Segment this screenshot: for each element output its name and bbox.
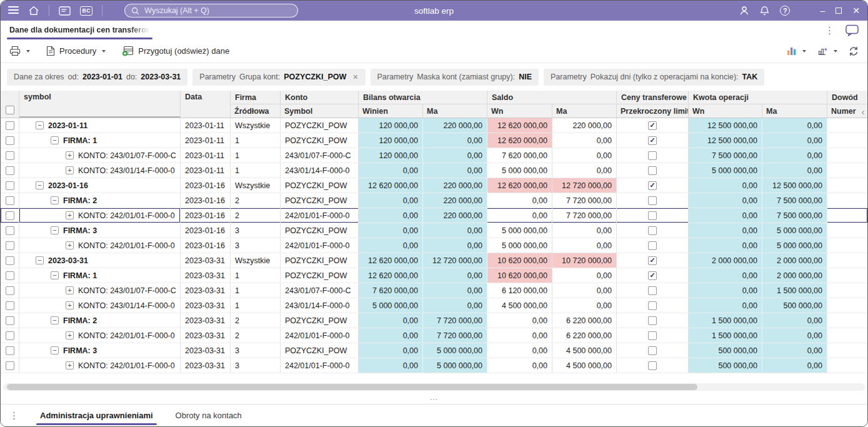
expander-icon[interactable]: + bbox=[66, 301, 74, 309]
table-row[interactable]: − FIRMA: 1 2023-01-11 1 POZYCZKI_POW 120… bbox=[1, 133, 867, 148]
expander-icon[interactable]: + bbox=[66, 331, 74, 339]
row-checkbox[interactable] bbox=[6, 196, 14, 205]
table-row[interactable]: − 2023-01-16 2023-01-16 Wszystkie POZYCZ… bbox=[1, 178, 867, 193]
filter-chip-maska-kont[interactable]: Parametry Maska kont (zamiast grupy): NI… bbox=[371, 69, 539, 86]
limit-checkbox[interactable]: ✓ bbox=[648, 121, 657, 130]
expander-icon[interactable]: − bbox=[51, 136, 59, 144]
row-checkbox[interactable] bbox=[6, 121, 14, 130]
tab-obroty-na-kontach[interactable]: Obroty na kontach bbox=[172, 404, 246, 426]
table-row[interactable]: − FIRMA: 2 2023-01-16 2 POZYCZKI_POW 0,0… bbox=[1, 193, 867, 208]
close-button[interactable]: ✕ bbox=[852, 6, 860, 15]
table-row[interactable]: + KONTO: 242/01/01-F-000-0 2023-03-31 3 … bbox=[1, 358, 867, 373]
table-row[interactable]: + KONTO: 242/01/01-F-000-0 2023-01-16 2 … bbox=[1, 208, 867, 223]
row-checkbox[interactable] bbox=[6, 181, 14, 190]
column-header-symbol[interactable]: symbol bbox=[19, 91, 181, 118]
row-checkbox[interactable] bbox=[6, 271, 14, 280]
row-checkbox[interactable] bbox=[6, 241, 14, 250]
column-header-ceny-transferowe[interactable]: Ceny transferowe Przekroczony limit bbox=[617, 91, 689, 118]
limit-checkbox[interactable] bbox=[648, 241, 657, 250]
limit-checkbox[interactable] bbox=[648, 316, 657, 325]
limit-checkbox[interactable] bbox=[648, 196, 657, 205]
row-checkbox[interactable] bbox=[6, 151, 14, 160]
expander-icon[interactable]: + bbox=[66, 361, 74, 369]
table-row[interactable]: + KONTO: 242/01/01-F-000-0 2023-01-16 3 … bbox=[1, 238, 867, 253]
filter-chip-grupa-kont[interactable]: Parametry Grupa kont: POZYCZKI_POW ✕ bbox=[192, 69, 365, 86]
row-checkbox[interactable] bbox=[6, 331, 14, 340]
limit-checkbox[interactable] bbox=[648, 211, 657, 220]
panel-collapse-icon[interactable]: ‹ bbox=[859, 105, 867, 118]
limit-checkbox[interactable] bbox=[648, 226, 657, 235]
select-all-checkbox[interactable] bbox=[6, 106, 14, 114]
column-header-firma[interactable]: Firma Źródłowa bbox=[231, 91, 281, 118]
row-checkbox[interactable] bbox=[6, 136, 14, 145]
limit-checkbox[interactable]: ✓ bbox=[648, 181, 657, 190]
column-header-kwota-operacji[interactable]: Kwota operacji Wn Ma bbox=[689, 91, 827, 118]
expander-icon[interactable]: − bbox=[51, 316, 59, 324]
menu-icon[interactable] bbox=[8, 8, 19, 14]
expander-icon[interactable]: + bbox=[66, 286, 74, 294]
expander-icon[interactable]: + bbox=[66, 241, 74, 249]
limit-checkbox[interactable]: ✓ bbox=[648, 271, 657, 280]
user-icon[interactable] bbox=[739, 6, 749, 16]
expander-icon[interactable]: − bbox=[51, 226, 59, 234]
limit-checkbox[interactable] bbox=[648, 331, 657, 340]
limit-checkbox[interactable] bbox=[648, 151, 657, 160]
expander-icon[interactable]: + bbox=[66, 151, 74, 159]
row-checkbox[interactable] bbox=[6, 361, 14, 370]
limit-checkbox[interactable] bbox=[648, 301, 657, 310]
expander-icon[interactable]: − bbox=[36, 181, 44, 189]
window-card-icon[interactable] bbox=[59, 6, 71, 16]
home-icon[interactable] bbox=[28, 6, 39, 16]
column-header-kwota-wn[interactable]: Wn bbox=[689, 104, 762, 118]
view-settings-button[interactable] bbox=[817, 46, 837, 56]
maximize-button[interactable] bbox=[836, 8, 842, 14]
table-row[interactable]: + KONTO: 242/01/01-F-000-0 2023-03-31 2 … bbox=[1, 328, 867, 343]
table-row[interactable]: − 2023-01-11 2023-01-11 Wszystkie POZYCZ… bbox=[1, 118, 867, 133]
prepare-refresh-data-button[interactable]: Przygotuj (odśwież) dane bbox=[122, 46, 229, 56]
notifications-bell-icon[interactable] bbox=[760, 6, 769, 16]
column-header-saldo-ma[interactable]: Ma bbox=[552, 104, 616, 118]
expander-icon[interactable]: − bbox=[51, 271, 59, 279]
help-icon[interactable]: ? bbox=[780, 6, 790, 16]
expander-icon[interactable]: + bbox=[66, 166, 74, 174]
row-checkbox[interactable] bbox=[6, 256, 14, 265]
column-header-bilans-winien[interactable]: Winien bbox=[359, 104, 423, 118]
column-header-bilans-otwarcia[interactable]: Bilans otwarcia Winien Ma bbox=[359, 91, 487, 118]
scrollbar-thumb[interactable] bbox=[7, 384, 697, 390]
column-header-kwota-ma[interactable]: Ma bbox=[762, 104, 827, 118]
table-row[interactable]: − FIRMA: 1 2023-03-31 1 POZYCZKI_POW 12 … bbox=[1, 268, 867, 283]
column-header-saldo-wn[interactable]: Wn bbox=[487, 104, 552, 118]
bc-module-icon[interactable]: BC bbox=[80, 6, 92, 16]
table-row[interactable]: + KONTO: 243/01/07-F-000-C 2023-03-31 1 … bbox=[1, 283, 867, 298]
row-checkbox[interactable] bbox=[6, 286, 14, 295]
print-button[interactable] bbox=[9, 46, 30, 56]
column-header-saldo[interactable]: Saldo Wn Ma bbox=[487, 91, 617, 118]
table-row[interactable]: + KONTO: 243/01/07-F-000-C 2023-01-11 1 … bbox=[1, 148, 867, 163]
search-input[interactable]: Wyszukaj (Alt + Q) bbox=[124, 4, 298, 18]
row-checkbox[interactable] bbox=[6, 211, 14, 220]
limit-checkbox[interactable]: ✓ bbox=[648, 136, 657, 145]
tab-administracja-uprawnieniami[interactable]: Administracja uprawnieniami bbox=[36, 404, 157, 426]
limit-checkbox[interactable] bbox=[648, 286, 657, 295]
row-checkbox[interactable] bbox=[6, 346, 14, 355]
refresh-button[interactable] bbox=[849, 46, 859, 56]
expander-icon[interactable]: − bbox=[51, 196, 59, 204]
row-checkbox[interactable] bbox=[6, 316, 14, 325]
bottom-overflow-icon[interactable]: ⋮ bbox=[7, 411, 21, 420]
table-row[interactable]: − FIRMA: 3 2023-01-16 3 POZYCZKI_POW 0,0… bbox=[1, 223, 867, 238]
limit-checkbox[interactable]: ✓ bbox=[648, 256, 657, 265]
expander-icon[interactable]: − bbox=[36, 256, 44, 264]
row-checkbox[interactable] bbox=[6, 226, 14, 235]
column-header-data[interactable]: Data bbox=[181, 91, 231, 118]
table-row[interactable]: + KONTO: 243/01/14-F-000-0 2023-03-31 1 … bbox=[1, 298, 867, 313]
splitter-handle[interactable]: ⋯ bbox=[1, 394, 867, 404]
limit-checkbox[interactable] bbox=[648, 346, 657, 355]
row-checkbox[interactable] bbox=[6, 166, 14, 175]
filter-chip-pokazuj-dni[interactable]: Parametry Pokazuj dni (tylko z operacjam… bbox=[544, 69, 764, 86]
remove-filter-icon[interactable]: ✕ bbox=[352, 73, 358, 81]
feedback-comment-icon[interactable] bbox=[846, 24, 859, 36]
chart-view-button[interactable] bbox=[787, 46, 806, 56]
horizontal-scrollbar[interactable] bbox=[3, 383, 865, 391]
column-header-konto[interactable]: Konto Symbol bbox=[281, 91, 359, 118]
column-header-bilans-ma[interactable]: Ma bbox=[423, 104, 487, 118]
